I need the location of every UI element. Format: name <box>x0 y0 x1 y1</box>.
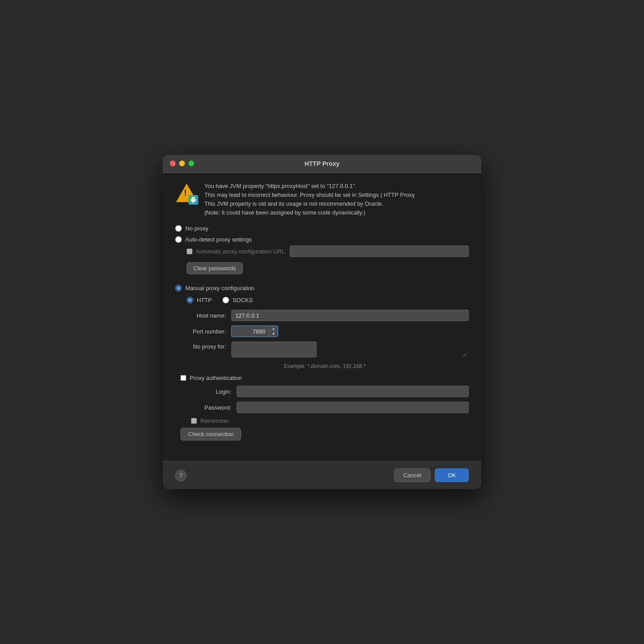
no-proxy-for-row: No proxy for: ⤢ <box>180 341 469 359</box>
example-text: Example: *.domain.com, 192.168.* <box>180 363 469 369</box>
no-proxy-row: No proxy <box>175 225 469 232</box>
proxy-auth-header: Proxy authentication <box>180 375 469 381</box>
manual-proxy-radio[interactable] <box>175 285 182 291</box>
password-label: Password: <box>186 404 237 411</box>
login-input[interactable] <box>237 386 469 397</box>
port-increment-button[interactable]: ▲ <box>269 326 278 332</box>
proxy-auth-checkbox[interactable] <box>180 375 186 381</box>
protocol-row: HTTP SOCKS <box>187 297 469 303</box>
host-name-input[interactable] <box>231 310 469 321</box>
socks-label[interactable]: SOCKS <box>233 297 253 303</box>
clear-passwords-button[interactable]: Clear passwords <box>187 262 243 274</box>
password-input[interactable] <box>237 402 469 413</box>
auto-detect-group: Auto-detect proxy settings Automatic pro… <box>175 236 469 274</box>
port-decrement-button[interactable]: ▼ <box>269 332 278 337</box>
host-name-row: Host name: <box>180 310 469 321</box>
check-connection-button[interactable]: Check connection <box>180 428 241 441</box>
manual-proxy-section: Manual proxy configuration HTTP SOCKS Ho <box>175 285 469 441</box>
remember-row: Remember <box>191 418 469 424</box>
no-proxy-for-wrapper: ⤢ <box>231 341 469 359</box>
auto-proxy-url-row: Automatic proxy configuration URL: <box>187 245 469 257</box>
dialog-title: HTTP Proxy <box>304 160 339 167</box>
auto-detect-row: Auto-detect proxy settings <box>175 236 469 243</box>
auto-detect-sub: Automatic proxy configuration URL: Clear… <box>187 245 469 274</box>
port-spinners: ▲ ▼ <box>269 326 278 337</box>
ok-button[interactable]: OK <box>435 468 469 482</box>
auto-proxy-url-label: Automatic proxy configuration URL: <box>196 248 286 255</box>
title-bar: HTTP Proxy <box>163 155 481 173</box>
warning-exclamation: ! <box>184 189 187 197</box>
auto-detect-label[interactable]: Auto-detect proxy settings <box>185 236 252 243</box>
maximize-button[interactable] <box>188 161 194 166</box>
password-row: Password: <box>186 402 469 413</box>
proxy-auth-section: Proxy authentication Login: Password: <box>180 375 469 424</box>
no-proxy-radio[interactable] <box>175 225 182 232</box>
remember-checkbox[interactable] <box>191 418 197 424</box>
login-row: Login: <box>186 386 469 397</box>
http-label[interactable]: HTTP <box>197 297 212 303</box>
traffic-lights <box>170 161 194 166</box>
action-buttons: Cancel OK <box>394 468 469 482</box>
manual-proxy-label[interactable]: Manual proxy configuration <box>185 285 254 291</box>
login-label: Login: <box>186 388 237 395</box>
help-button[interactable]: ? <box>175 470 187 481</box>
socks-protocol-row: SOCKS <box>222 297 253 303</box>
http-protocol-row: HTTP <box>187 297 212 303</box>
no-proxy-label[interactable]: No proxy <box>185 225 208 232</box>
auto-proxy-url-input[interactable] <box>290 245 469 257</box>
close-button[interactable] <box>170 161 176 166</box>
warning-icon: ! <box>175 182 198 205</box>
proxy-type-group: No proxy Auto-detect proxy settings Auto… <box>175 225 469 441</box>
minimize-button[interactable] <box>179 161 185 166</box>
proxy-auth-label[interactable]: Proxy authentication <box>190 375 242 381</box>
http-radio[interactable] <box>187 297 193 303</box>
warning-banner: ! You have JVM property "https.proxyHost… <box>175 182 469 218</box>
port-number-label: Port number: <box>180 328 231 335</box>
no-proxy-for-label: No proxy for: <box>180 341 231 350</box>
bottom-bar: ? Cancel OK <box>163 461 481 489</box>
no-proxy-for-input[interactable] <box>231 341 317 357</box>
auto-proxy-url-checkbox[interactable] <box>187 249 192 254</box>
port-number-row: Port number: ▲ ▼ <box>180 326 469 337</box>
android-badge <box>188 195 198 205</box>
auto-detect-radio[interactable] <box>175 236 182 243</box>
warning-text: You have JVM property "https.proxyHost" … <box>204 182 415 218</box>
port-number-input[interactable] <box>231 326 269 337</box>
remember-label: Remember <box>200 418 229 424</box>
port-wrapper: ▲ ▼ <box>231 326 278 337</box>
manual-proxy-header: Manual proxy configuration <box>175 285 469 291</box>
dialog-content: ! You have JVM property "https.proxyHost… <box>163 173 481 456</box>
socks-radio[interactable] <box>222 297 229 303</box>
cancel-button[interactable]: Cancel <box>394 468 430 482</box>
clear-passwords-wrapper: Clear passwords <box>187 261 469 274</box>
host-name-label: Host name: <box>180 312 231 319</box>
expand-icon[interactable]: ⤢ <box>463 352 467 358</box>
http-proxy-dialog: HTTP Proxy ! You have JVM property "http… <box>163 155 481 490</box>
